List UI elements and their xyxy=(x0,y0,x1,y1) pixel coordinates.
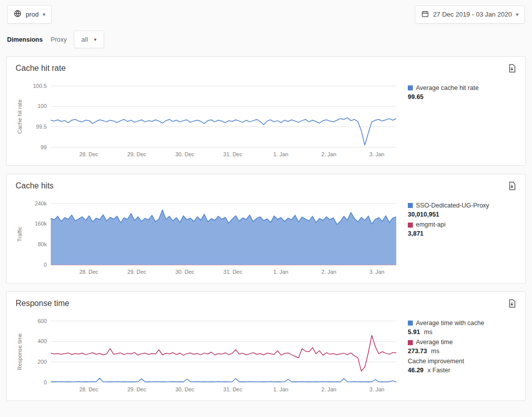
topbar: prod ▾ 27 Dec 2019 - 03 Jan 2020 ▾ xyxy=(0,0,532,24)
chart-canvas: 080k160k240k28. Dec29. Dec30. Dec31. Dec… xyxy=(16,192,404,278)
legend-entry: Average time 273.73ms xyxy=(408,338,514,355)
globe-icon xyxy=(14,10,22,19)
chart-title: Cache hit rate xyxy=(16,64,516,73)
chart-legend: SSO-Dedicated-UG-Proxy 30,010,951 emgmt-… xyxy=(408,192,514,240)
svg-text:80k: 80k xyxy=(38,241,47,247)
legend-value: 5.91ms xyxy=(408,328,514,336)
calendar-icon xyxy=(421,10,429,19)
svg-text:100: 100 xyxy=(38,103,47,109)
chart-title: Cache hits xyxy=(16,181,516,190)
legend-value: 46.29x Faster xyxy=(408,366,514,374)
legend-value: 3,871 xyxy=(408,230,514,238)
svg-text:31. Dec: 31. Dec xyxy=(223,151,242,157)
svg-text:28. Dec: 28. Dec xyxy=(79,269,99,275)
legend-entry: emgmt-api 3,871 xyxy=(408,221,514,238)
svg-text:600: 600 xyxy=(38,318,47,324)
svg-text:160k: 160k xyxy=(35,221,47,227)
export-report-button[interactable] xyxy=(506,180,517,193)
chart-canvas: 9999.5100100.528. Dec29. Dec30. Dec31. D… xyxy=(16,75,404,160)
legend-label: Average time xyxy=(416,338,453,347)
legend-entry: SSO-Dedicated-UG-Proxy 30,010,951 xyxy=(408,201,514,219)
legend-value: 99.65 xyxy=(408,93,514,101)
date-range-label: 27 Dec 2019 - 03 Jan 2020 xyxy=(433,11,512,18)
svg-text:100.5: 100.5 xyxy=(33,83,47,89)
svg-text:200: 200 xyxy=(38,359,47,365)
svg-text:99.5: 99.5 xyxy=(36,124,47,130)
legend-entry: Cache improvement 46.29x Faster xyxy=(408,357,514,374)
svg-text:30. Dec: 30. Dec xyxy=(175,269,195,275)
svg-text:2. Jan: 2. Jan xyxy=(321,151,336,157)
legend-value: 30,010,951 xyxy=(408,211,514,219)
export-report-icon xyxy=(507,184,516,192)
svg-text:0: 0 xyxy=(44,262,47,268)
svg-text:29. Dec: 29. Dec xyxy=(127,386,146,392)
legend-entry: Average cache hit rate 99.65 xyxy=(408,84,514,101)
svg-text:1. Jan: 1. Jan xyxy=(274,151,289,157)
svg-text:30. Dec: 30. Dec xyxy=(175,386,195,392)
svg-text:3. Jan: 3. Jan xyxy=(370,269,385,275)
date-range-picker[interactable]: 27 Dec 2019 - 03 Jan 2020 ▾ xyxy=(415,6,525,24)
dimension-value-select[interactable]: all ▾ xyxy=(74,31,104,48)
svg-text:2. Jan: 2. Jan xyxy=(321,269,336,275)
svg-text:31. Dec: 31. Dec xyxy=(223,269,242,275)
legend-swatch xyxy=(408,85,413,90)
chart-card-cache-hit-rate: Cache hit rate 9999.5100100.528. Dec29. … xyxy=(6,56,526,166)
export-report-icon xyxy=(507,302,516,309)
svg-text:400: 400 xyxy=(38,338,47,344)
legend-entry: Average time with cache 5.91ms xyxy=(408,319,514,336)
svg-text:30. Dec: 30. Dec xyxy=(175,151,195,157)
legend-label: Cache improvement xyxy=(408,357,464,366)
chevron-down-icon: ▾ xyxy=(94,37,97,42)
legend-label: emgmt-api xyxy=(416,221,446,229)
dimension-proxy-label: Proxy xyxy=(51,36,67,43)
svg-text:99: 99 xyxy=(41,144,47,150)
svg-text:3. Jan: 3. Jan xyxy=(370,151,385,157)
svg-text:240k: 240k xyxy=(35,200,47,206)
chart-card-cache-hits: Cache hits 080k160k240k28. Dec29. Dec30.… xyxy=(6,174,526,283)
dimension-value-label: all xyxy=(81,36,88,43)
chart-legend: Average time with cache 5.91ms Average t… xyxy=(408,310,514,376)
legend-label: Average time with cache xyxy=(416,319,484,328)
chevron-down-icon: ▾ xyxy=(516,12,518,17)
svg-text:28. Dec: 28. Dec xyxy=(79,386,99,392)
svg-text:1. Jan: 1. Jan xyxy=(274,269,289,275)
legend-swatch xyxy=(408,321,413,326)
chart-card-response-time: Response time 020040060028. Dec29. Dec30… xyxy=(6,291,526,401)
environment-label: prod xyxy=(26,11,39,18)
legend-label: SSO-Dedicated-UG-Proxy xyxy=(416,201,489,210)
legend-swatch xyxy=(408,340,413,345)
svg-text:28. Dec: 28. Dec xyxy=(79,151,99,157)
svg-text:Cache hit rate: Cache hit rate xyxy=(17,99,23,134)
environment-selector[interactable]: prod ▾ xyxy=(7,5,52,24)
svg-text:29. Dec: 29. Dec xyxy=(127,269,146,275)
svg-text:0: 0 xyxy=(44,379,47,385)
legend-value: 273.73ms xyxy=(408,347,514,355)
legend-swatch xyxy=(408,223,413,228)
svg-text:29. Dec: 29. Dec xyxy=(127,151,146,157)
svg-text:1. Jan: 1. Jan xyxy=(274,386,289,392)
chart-canvas: 020040060028. Dec29. Dec30. Dec31. Dec1.… xyxy=(16,310,404,395)
dimensions-label: Dimensions xyxy=(7,36,43,43)
legend-swatch xyxy=(408,203,413,208)
chart-legend: Average cache hit rate 99.65 xyxy=(408,75,514,103)
legend-label: Average cache hit rate xyxy=(416,84,479,92)
chart-title: Response time xyxy=(16,299,516,308)
export-report-button[interactable] xyxy=(506,298,517,310)
svg-text:2. Jan: 2. Jan xyxy=(321,386,336,392)
svg-text:3. Jan: 3. Jan xyxy=(370,386,385,392)
export-report-button[interactable] xyxy=(506,63,517,75)
filters-bar: Dimensions Proxy all ▾ xyxy=(7,31,525,48)
export-report-icon xyxy=(507,67,516,74)
svg-text:Response time: Response time xyxy=(17,333,23,370)
svg-text:Traffic: Traffic xyxy=(17,227,23,242)
chevron-down-icon: ▾ xyxy=(43,12,45,17)
svg-text:31. Dec: 31. Dec xyxy=(223,386,242,392)
